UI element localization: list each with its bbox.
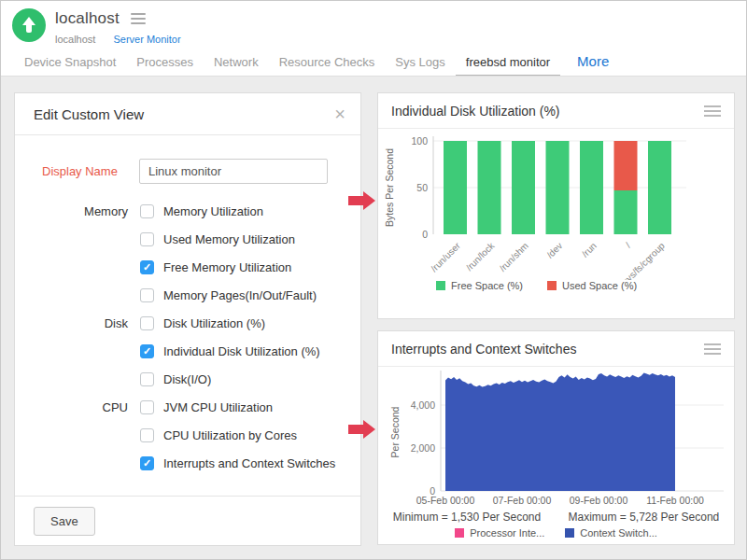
legend-item-context-switch[interactable]: Context Switch... [565,527,657,539]
tab-processes[interactable]: Processes [126,51,204,77]
bar-free-space [580,141,603,234]
content-area: Edit Custom View × Display Name MemoryMe… [1,76,746,559]
chart-menu-icon[interactable] [704,343,721,355]
tab-more[interactable]: More [560,49,619,77]
x-tick-label: 05-Feb 00:00 [416,495,475,506]
context-switches-area [445,373,675,492]
legend-item-used-space[interactable]: Used Space (%) [547,280,637,291]
y-axis-label: Per Second [389,406,401,457]
checkbox-label: Memory Pages(In/Out/Fault) [163,288,317,302]
edit-custom-view-dialog: Edit Custom View × Display Name MemoryMe… [14,92,361,546]
checkbox-row-memory-pages-in-out-fault: Memory Pages(In/Out/Fault) [15,281,360,309]
breadcrumb: localhost Server Monitor [55,34,181,45]
checkbox-interrupts-and-context-switches[interactable] [140,456,154,470]
checkbox-label: Disk(I/O) [163,372,211,386]
display-name-input[interactable] [139,159,328,184]
bar-free-space [546,141,570,234]
checkbox-label: CPU Utilization by Cores [163,428,297,442]
save-button[interactable]: Save [34,507,95,536]
checkbox-used-memory-utilization[interactable] [140,232,154,246]
legend-swatch [455,528,464,538]
group-label-disk: Disk [15,316,140,330]
chart-title: Individual Disk Utilization (%) [391,104,560,119]
legend-swatch [547,281,557,290]
checkbox-label: Disk Utilization (%) [163,316,265,330]
x-tick-label: /sys/fs/cgroup [619,240,668,280]
checkbox-label: Memory Utilization [163,204,263,218]
tab-network[interactable]: Network [204,51,269,77]
y-tick-label: 50 [416,182,428,193]
legend-swatch [565,528,574,538]
legend-label: Used Space (%) [562,280,637,291]
checkbox-free-memory-utilization[interactable] [140,260,154,274]
checkbox-label: Individual Disk Utilization (%) [163,344,320,358]
x-tick-label: /run/lock [464,240,497,273]
app-window: localhost localhost Server Monitor Devic… [0,0,747,560]
checkbox-row-cpu-utilization-by-cores: CPU Utilization by Cores [15,421,360,449]
checkbox-label: JVM CPU Utilization [163,400,273,414]
chart-menu-icon[interactable] [704,105,721,117]
checkbox-memory-pages-in-out-fault[interactable] [140,288,154,302]
y-tick-label: 100 [411,135,428,147]
tab-resource-checks[interactable]: Resource Checks [269,51,386,77]
legend-label: Processor Inte... [470,527,544,539]
bar-free-space [512,141,535,234]
disk-utilization-chart-card: Individual Disk Utilization (%) 050100By… [377,92,735,319]
display-name-label: Display Name [42,164,128,178]
page-title: localhost [55,9,120,28]
x-tick-label: 07-Feb 00:00 [493,495,552,506]
y-tick-label: 4,000 [411,399,435,411]
dialog-header: Edit Custom View × [15,93,360,135]
close-icon[interactable]: × [334,103,345,125]
checkbox-row-disk-i-o: Disk(I/O) [15,365,360,393]
group-label-memory: Memory [15,204,140,218]
y-tick-label: 0 [422,229,428,240]
x-tick-label: /run/shm [498,241,530,273]
monitor-status-up-icon [12,8,46,42]
disk-utilization-bar-chart: 050100Bytes Per Second/run/user/run/lock… [378,129,736,280]
x-tick-label: / [624,240,633,249]
tab-freebsd-monitor[interactable]: freebsd monitor [456,51,560,77]
tab-bar: Device SnapshotProcessesNetworkResource … [14,49,619,77]
chart-card-header: Interrupts and Context Switches [378,331,734,367]
interrupts-chart-card: Interrupts and Context Switches 02,0004,… [377,330,735,545]
chart-legend: Processor Inte...Context Switch... [378,527,734,539]
legend-label: Free Space (%) [451,280,523,291]
interrupts-area-chart: 02,0004,000Per Second05-Feb 00:0007-Feb … [378,367,736,509]
checkbox-row-disk-utilization: DiskDisk Utilization (%) [15,309,360,337]
bar-free-space [444,141,467,234]
x-tick-label: /run/user [429,240,462,273]
chart-title: Interrupts and Context Switches [391,342,576,357]
checkbox-row-used-memory-utilization: Used Memory Utilization [15,225,360,253]
breadcrumb-host: localhost [55,34,95,45]
y-axis-label: Bytes Per Second [384,148,395,227]
checkbox-label: Free Memory Utilization [163,260,291,274]
dialog-footer: Save [15,496,360,545]
checkbox-label: Used Memory Utilization [163,232,295,246]
display-name-field-row: Display Name [42,159,360,184]
dialog-title: Edit Custom View [15,93,360,135]
bar-free-space [478,141,501,234]
x-tick-label: /run [580,241,599,259]
minimum-value: Minimum = 1,530 Per Second [393,511,541,524]
bar-used-space [614,141,638,190]
x-tick-label: 11-Feb 00:00 [646,495,704,506]
checkbox-disk-i-o[interactable] [140,372,154,386]
tab-device-snapshot[interactable]: Device Snapshot [14,51,126,77]
x-tick-label: 09-Feb 00:00 [570,495,628,506]
breadcrumb-server-monitor-link[interactable]: Server Monitor [113,34,180,45]
legend-item-free-space[interactable]: Free Space (%) [436,280,523,291]
checkbox-individual-disk-utilization[interactable] [140,344,154,358]
checkbox-disk-utilization[interactable] [140,316,154,330]
checkbox-jvm-cpu-utilization[interactable] [140,400,154,414]
arrow-up-stem [26,24,32,33]
group-label-cpu: CPU [15,400,140,414]
legend-item-processor-inte[interactable]: Processor Inte... [455,527,544,539]
title-menu-icon[interactable] [131,13,146,24]
pointer-arrow-right-icon [348,420,375,439]
checkbox-cpu-utilization-by-cores[interactable] [140,428,154,442]
checkbox-memory-utilization[interactable] [140,204,154,218]
chart-summary: Minimum = 1,530 Per Second Maximum = 5,7… [378,511,734,524]
chart-card-header: Individual Disk Utilization (%) [378,93,734,129]
tab-sys-logs[interactable]: Sys Logs [385,51,455,77]
